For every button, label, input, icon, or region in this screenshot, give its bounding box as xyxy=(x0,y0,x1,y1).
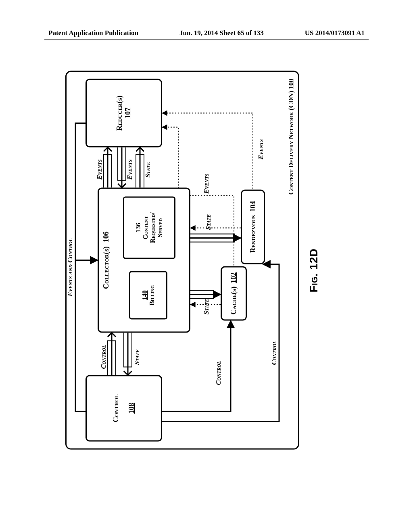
header-rule xyxy=(44,39,369,40)
box-content-l3: Served xyxy=(156,218,164,237)
page-header: Patent Application Publication Jun. 19, … xyxy=(48,29,365,37)
header-left: Patent Application Publication xyxy=(48,29,138,37)
box-control: Control 108 xyxy=(86,375,162,442)
box-billing-num: 140 xyxy=(141,291,148,300)
box-billing-title: Billing xyxy=(148,285,156,305)
box-rendezvous-title: Rendezvous xyxy=(249,215,257,253)
lbl-state-cc: State xyxy=(133,349,141,365)
lbl-events-cache: Events xyxy=(202,174,211,194)
diagram: Control 108 Collector(s) 106 140 Billing… xyxy=(61,67,352,454)
box-caches-title: Cache(s) xyxy=(229,287,238,315)
box-content-l1: Content xyxy=(142,216,149,239)
box-control-num: 108 xyxy=(127,403,136,414)
lbl-state-rdv: State xyxy=(204,214,213,230)
lbl-control-rdv: Control xyxy=(270,341,278,365)
page: Patent Application Publication Jun. 19, … xyxy=(0,0,413,532)
lbl-events-rdv: Events xyxy=(257,139,265,160)
header-right: US 2014/0173091 A1 xyxy=(305,29,365,37)
box-caches-num: 102 xyxy=(229,272,238,283)
box-reducers: Reducer(s) 107 xyxy=(86,79,162,148)
box-content: 136 Content Requested/ Served xyxy=(123,197,175,259)
cdn-label-text: Content Delivery Network (CDN) xyxy=(287,91,295,195)
box-reducers-title: Reducer(s) xyxy=(115,96,124,131)
box-collectors-title: Collector(s) xyxy=(102,246,110,289)
lbl-control-cc: Control xyxy=(100,345,108,369)
header-center: Jun. 19, 2014 Sheet 65 of 133 xyxy=(179,29,264,37)
box-collectors: Collector(s) 106 140 Billing 136 Content… xyxy=(98,188,190,333)
box-billing: 140 Billing xyxy=(129,271,167,320)
lbl-state-cr: State xyxy=(144,162,152,178)
box-content-l2: Requested/ xyxy=(149,212,156,243)
cdn-label: Content Delivery Network (CDN) 100 xyxy=(287,79,295,195)
box-control-title: Control xyxy=(112,394,120,422)
figure-caption: Fig. 12D xyxy=(307,248,320,292)
cdn-label-num: 100 xyxy=(287,79,295,89)
box-rendezvous: Rendezvous 104 xyxy=(241,190,265,264)
box-caches: Cache(s) 102 xyxy=(221,266,247,321)
box-content-num: 136 xyxy=(135,223,142,233)
box-reducers-num: 107 xyxy=(124,108,132,118)
lbl-state-cache: State xyxy=(202,299,211,315)
lbl-events-cr2: Events xyxy=(126,160,134,180)
lbl-events-cr1: Events xyxy=(96,160,104,180)
lbl-events-and-control: Events and Control xyxy=(66,239,74,297)
box-rendezvous-num: 104 xyxy=(249,201,257,212)
lbl-control-cache: Control xyxy=(215,361,223,385)
box-collectors-num: 106 xyxy=(102,231,110,242)
